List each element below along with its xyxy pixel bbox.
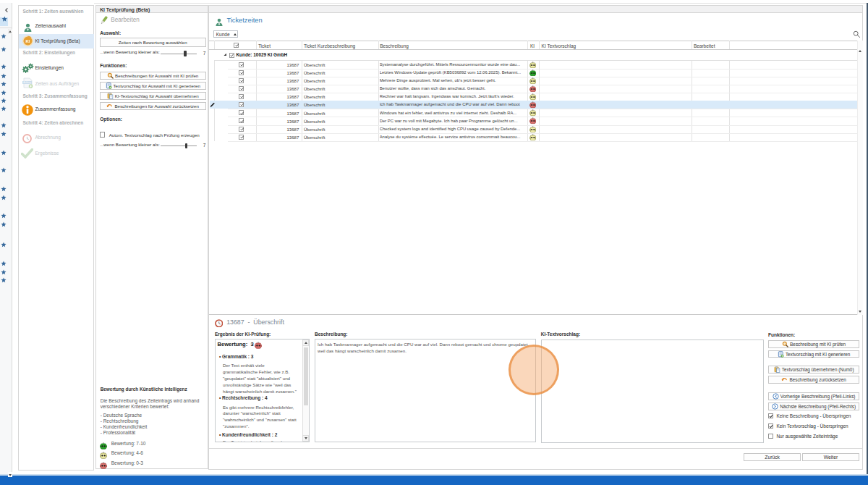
svg-text:Auftrag: Auftrag [23, 81, 31, 84]
svg-text:KI: KI [25, 39, 30, 43]
